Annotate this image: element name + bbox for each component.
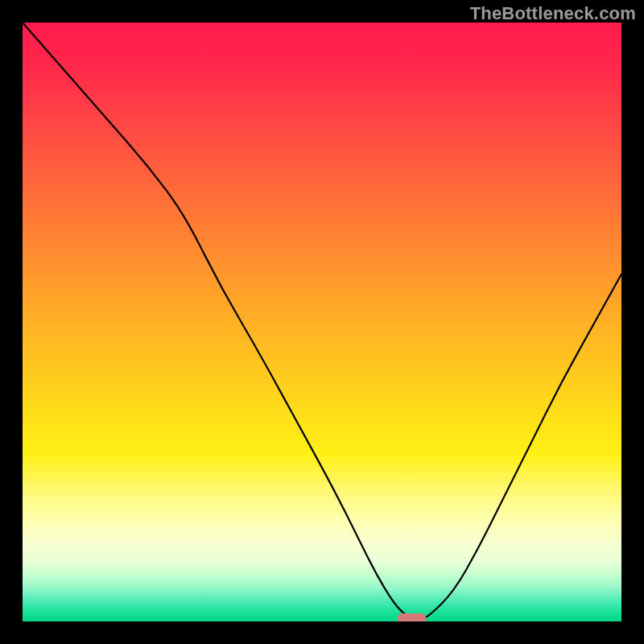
plot-area bbox=[23, 23, 621, 621]
curve-svg bbox=[23, 23, 621, 621]
minimum-marker bbox=[398, 613, 427, 621]
watermark-text: TheBottleneck.com bbox=[470, 3, 636, 24]
bottleneck-curve bbox=[23, 23, 621, 620]
chart-container: TheBottleneck.com bbox=[0, 0, 644, 644]
